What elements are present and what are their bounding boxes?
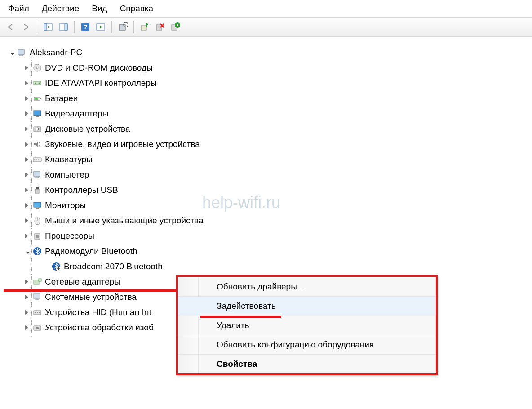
svg-rect-59 [34, 294, 40, 298]
keyboard-icon [32, 155, 42, 164]
svg-rect-67 [39, 325, 40, 326]
computer-icon [32, 170, 42, 180]
svg-rect-56 [58, 269, 59, 270]
expander-icon[interactable] [23, 325, 30, 331]
svg-rect-47 [36, 208, 39, 209]
tree-item[interactable]: Батареи [6, 91, 526, 106]
svg-rect-30 [35, 98, 38, 100]
tree-root[interactable]: Aleksandr-PC [6, 45, 526, 60]
bluetooth-icon [32, 246, 42, 256]
svg-rect-1 [44, 24, 47, 30]
toolbar-separator [111, 21, 112, 33]
expander-icon[interactable] [23, 218, 30, 224]
expander-icon[interactable] [42, 263, 49, 270]
menu-file[interactable]: Файл [8, 4, 29, 13]
ctx-properties[interactable]: Свойства [178, 354, 436, 373]
sound-icon [32, 139, 42, 149]
scan-button[interactable] [116, 21, 129, 33]
tree-item-label: Системные устройства [45, 292, 137, 302]
tree-item-label: Компьютер [45, 170, 89, 180]
expander-icon[interactable] [23, 279, 30, 285]
forward-button[interactable] [20, 21, 32, 33]
svg-rect-25 [34, 81, 41, 85]
menu-action[interactable]: Действие [42, 4, 80, 13]
svg-text:?: ? [84, 23, 88, 31]
expander-icon[interactable] [23, 126, 30, 132]
help-button[interactable]: ? [79, 21, 92, 33]
expander-icon[interactable] [23, 294, 30, 300]
expander-icon[interactable] [23, 172, 30, 178]
svg-rect-42 [34, 172, 40, 176]
tree-item[interactable]: Клавиатуры [6, 152, 526, 167]
bt-disabled-icon [51, 262, 61, 271]
tree-item[interactable]: Мониторы [6, 198, 526, 213]
context-menu: Обновить драйверы... Задействовать Удали… [176, 275, 438, 375]
ctx-refresh-config[interactable]: Обновить конфигурацию оборудования [178, 335, 436, 354]
expander-icon[interactable] [23, 95, 30, 102]
system-icon [32, 292, 42, 302]
ctx-enable[interactable]: Задействовать [178, 296, 436, 316]
enable-button[interactable] [169, 21, 182, 33]
tree-item[interactable]: IDE ATA/ATAPI контроллеры [6, 76, 526, 91]
show-hide-tree-button[interactable] [42, 21, 54, 33]
display-icon [32, 109, 42, 119]
svg-rect-51 [36, 235, 39, 238]
svg-rect-40 [38, 159, 39, 160]
svg-rect-32 [36, 116, 39, 117]
expander-icon[interactable] [23, 65, 30, 71]
menu-view[interactable]: Вид [92, 4, 107, 13]
expander-icon[interactable] [23, 248, 30, 254]
svg-point-26 [35, 83, 36, 84]
tree-item[interactable]: Компьютер [6, 167, 526, 182]
expander-icon[interactable] [23, 141, 30, 147]
tree-item-label: Мыши и иные указывающие устройства [45, 216, 204, 226]
tree-item-label: Устройства HID (Human Int [45, 307, 151, 317]
dvd-icon [32, 63, 42, 73]
tree-item[interactable]: Broadcom 2070 Bluetooth [6, 259, 526, 274]
expander-icon[interactable] [23, 80, 30, 86]
tree-item[interactable]: DVD и CD-ROM дисководы [6, 60, 526, 76]
expander-icon[interactable] [23, 202, 30, 209]
battery-icon [32, 93, 42, 103]
tree-item[interactable]: Мыши и иные указывающие устройства [6, 213, 526, 228]
monitor-icon [32, 200, 42, 210]
ctx-delete[interactable]: Удалить [178, 316, 436, 335]
svg-rect-58 [39, 279, 41, 281]
expander-icon[interactable] [23, 156, 30, 163]
disk-icon [32, 124, 42, 134]
update-driver-button[interactable] [138, 21, 151, 33]
tree-root-label: Aleksandr-PC [30, 48, 82, 58]
svg-rect-9 [119, 25, 125, 30]
uninstall-button[interactable] [154, 21, 166, 33]
computer-icon [17, 48, 27, 58]
tree-item-label: Broadcom 2070 Bluetooth [64, 262, 163, 271]
show-hide-detail-button[interactable] [57, 21, 70, 33]
action-button[interactable] [94, 21, 107, 33]
svg-rect-45 [35, 189, 39, 193]
tree-item[interactable]: Контроллеры USB [6, 182, 526, 198]
toolbar-separator [133, 21, 134, 33]
svg-rect-29 [40, 98, 41, 99]
tree-item-label: Сетевые адаптеры [45, 277, 120, 287]
tree-item[interactable]: Звуковые, видео и игровые устройства [6, 137, 526, 152]
ctx-update-drivers[interactable]: Обновить драйверы... [178, 277, 436, 296]
expander-icon[interactable] [23, 233, 30, 239]
back-button[interactable] [4, 21, 17, 33]
expander-icon[interactable] [23, 187, 30, 193]
tree-item-label: DVD и CD-ROM дисководы [45, 63, 153, 73]
tree-item[interactable]: Видеоадаптеры [6, 106, 526, 121]
expander-icon[interactable] [23, 111, 30, 117]
svg-rect-31 [34, 111, 41, 116]
tree-item[interactable]: Дисковые устройства [6, 121, 526, 137]
tree-item-label: Батареи [45, 93, 78, 103]
svg-rect-38 [34, 159, 35, 160]
expander-icon[interactable] [8, 49, 14, 56]
menu-help[interactable]: Справка [120, 4, 154, 13]
expander-icon[interactable] [23, 309, 30, 316]
svg-rect-60 [35, 299, 39, 300]
tree-item[interactable]: Радиомодули Bluetooth [6, 244, 526, 259]
tree-item[interactable]: Процессоры [6, 228, 526, 244]
toolbar: ? [0, 17, 532, 37]
imaging-icon [32, 323, 42, 333]
tree-item-label: Звуковые, видео и игровые устройства [45, 139, 200, 149]
